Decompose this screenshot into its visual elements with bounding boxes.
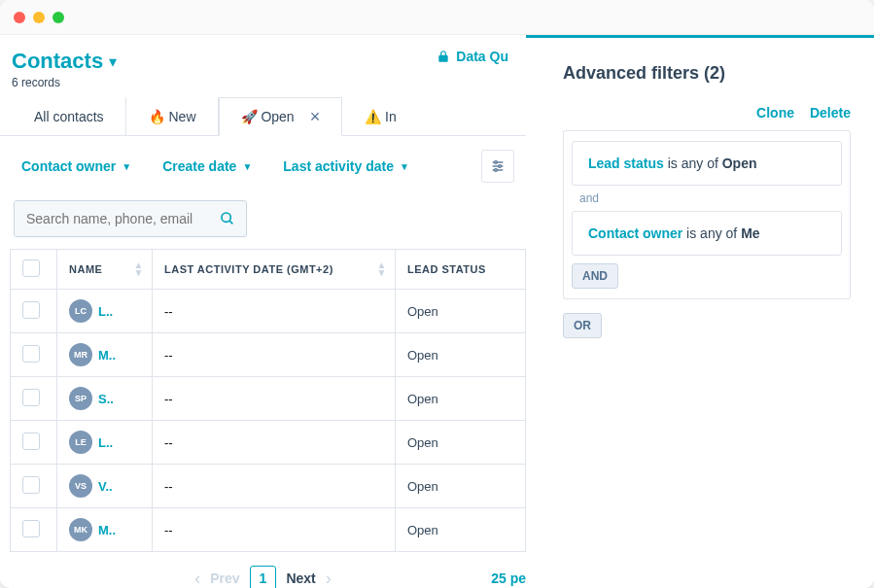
- filter-group: Lead status is any of Open and Contact o…: [563, 130, 851, 299]
- page-number[interactable]: 1: [250, 566, 277, 588]
- table-row: LEL.. -- Open: [11, 421, 526, 465]
- name-cell[interactable]: SPS..: [57, 377, 153, 421]
- last-activity-cell: --: [153, 421, 396, 465]
- table-row: LCL.. -- Open: [11, 290, 526, 333]
- chevron-down-icon: ▼: [242, 161, 252, 172]
- avatar: MK: [69, 518, 92, 541]
- contact-name-link[interactable]: L..: [98, 304, 113, 319]
- next-arrow-icon[interactable]: ›: [326, 569, 332, 589]
- pagination: ‹ Prev 1 Next › 25 pe: [0, 552, 526, 588]
- select-all-checkbox[interactable]: [22, 259, 40, 277]
- last-activity-cell: --: [153, 377, 396, 421]
- contacts-table: NAME▲▼ LAST ACTIVITY DATE (GMT+2)▲▼ LEAD…: [10, 249, 526, 552]
- svg-line-7: [229, 221, 232, 224]
- filter-create-date[interactable]: Create date▼: [162, 158, 252, 174]
- tab-in-progress[interactable]: ⚠️ In: [342, 97, 397, 135]
- connector-and: and: [572, 186, 842, 211]
- avatar: LC: [69, 299, 92, 323]
- row-checkbox[interactable]: [22, 520, 40, 537]
- svg-point-3: [495, 161, 498, 164]
- lead-status-cell: Open: [396, 508, 526, 552]
- advanced-filters-panel: Advanced filters (2) Clone Delete Lead s…: [526, 35, 874, 588]
- column-header-last-activity[interactable]: LAST ACTIVITY DATE (GMT+2)▲▼: [153, 250, 396, 290]
- minimize-window-icon[interactable]: [33, 12, 45, 23]
- filter-condition[interactable]: Contact owner is any of Me: [572, 211, 842, 256]
- record-count: 6 records: [12, 76, 117, 89]
- name-cell[interactable]: LEL..: [57, 421, 153, 465]
- column-header-lead-status[interactable]: LEAD STATUS: [396, 250, 526, 290]
- chevron-down-icon: ▼: [122, 161, 131, 172]
- tab-new[interactable]: 🔥 New: [126, 97, 219, 135]
- row-checkbox[interactable]: [22, 345, 40, 363]
- window-titlebar: [0, 0, 874, 35]
- name-cell[interactable]: VSV..: [57, 465, 153, 508]
- column-header-name[interactable]: NAME▲▼: [57, 250, 153, 290]
- sort-icon: ▲▼: [377, 261, 387, 277]
- last-activity-cell: --: [153, 290, 396, 333]
- last-activity-cell: --: [153, 465, 396, 508]
- panel-title: Advanced filters (2): [563, 63, 851, 84]
- table-row: MRM.. -- Open: [11, 333, 526, 377]
- avatar: SP: [69, 387, 92, 410]
- lead-status-cell: Open: [396, 377, 526, 421]
- search-input-wrapper: [14, 200, 247, 237]
- sort-icon: ▲▼: [134, 261, 144, 277]
- contact-name-link[interactable]: S..: [98, 392, 114, 406]
- maximize-window-icon[interactable]: [52, 12, 64, 23]
- filter-condition[interactable]: Lead status is any of Open: [572, 141, 842, 186]
- add-or-button[interactable]: OR: [563, 313, 602, 338]
- chevron-down-icon: ▾: [109, 52, 117, 71]
- page-title-dropdown[interactable]: Contacts ▾: [12, 49, 117, 74]
- search-input[interactable]: [15, 201, 208, 236]
- contact-name-link[interactable]: M..: [98, 348, 116, 363]
- lead-status-cell: Open: [396, 465, 526, 508]
- lead-status-cell: Open: [396, 333, 526, 377]
- table-row: VSV.. -- Open: [11, 465, 526, 508]
- add-and-button[interactable]: AND: [572, 263, 618, 289]
- contact-name-link[interactable]: L..: [98, 435, 113, 450]
- table-row: MKM.. -- Open: [11, 508, 526, 552]
- search-button[interactable]: [208, 201, 246, 236]
- last-activity-cell: --: [153, 508, 396, 552]
- filter-settings-button[interactable]: [481, 150, 514, 183]
- row-checkbox[interactable]: [22, 432, 40, 450]
- prev-button[interactable]: Prev: [210, 571, 239, 586]
- row-checkbox[interactable]: [22, 476, 40, 494]
- per-page-dropdown[interactable]: 25 pe: [491, 571, 526, 586]
- close-window-icon[interactable]: [14, 12, 25, 23]
- avatar: MR: [69, 343, 92, 366]
- filter-last-activity-date[interactable]: Last activity date▼: [283, 158, 409, 174]
- view-tabs: All contacts 🔥 New 🚀 Open × ⚠️ In: [0, 97, 526, 136]
- chevron-down-icon: ▼: [400, 161, 409, 172]
- contact-name-link[interactable]: M..: [98, 523, 116, 537]
- table-row: SPS.. -- Open: [11, 377, 526, 421]
- svg-point-6: [222, 213, 230, 222]
- tab-all-contacts[interactable]: All contacts: [12, 97, 126, 135]
- data-quality-link[interactable]: Data Qu: [437, 49, 508, 64]
- tab-open[interactable]: 🚀 Open ×: [219, 97, 343, 136]
- lead-status-cell: Open: [396, 421, 526, 465]
- next-button[interactable]: Next: [286, 571, 315, 586]
- lead-status-cell: Open: [396, 290, 526, 333]
- filter-contact-owner[interactable]: Contact owner▼: [21, 158, 131, 174]
- row-checkbox[interactable]: [22, 389, 40, 406]
- avatar: VS: [69, 474, 92, 498]
- close-tab-icon[interactable]: ×: [310, 108, 321, 125]
- last-activity-cell: --: [153, 333, 396, 377]
- delete-button[interactable]: Delete: [810, 105, 851, 121]
- svg-point-5: [495, 169, 498, 172]
- name-cell[interactable]: LCL..: [57, 290, 153, 333]
- clone-button[interactable]: Clone: [756, 105, 794, 121]
- name-cell[interactable]: MKM..: [57, 508, 153, 552]
- contact-name-link[interactable]: V..: [98, 479, 113, 494]
- page-title: Contacts: [12, 49, 103, 74]
- name-cell[interactable]: MRM..: [57, 333, 153, 377]
- svg-point-4: [499, 165, 502, 168]
- avatar: LE: [69, 431, 92, 454]
- row-checkbox[interactable]: [22, 301, 40, 319]
- lock-icon: [437, 50, 450, 63]
- prev-arrow-icon[interactable]: ‹: [194, 569, 200, 589]
